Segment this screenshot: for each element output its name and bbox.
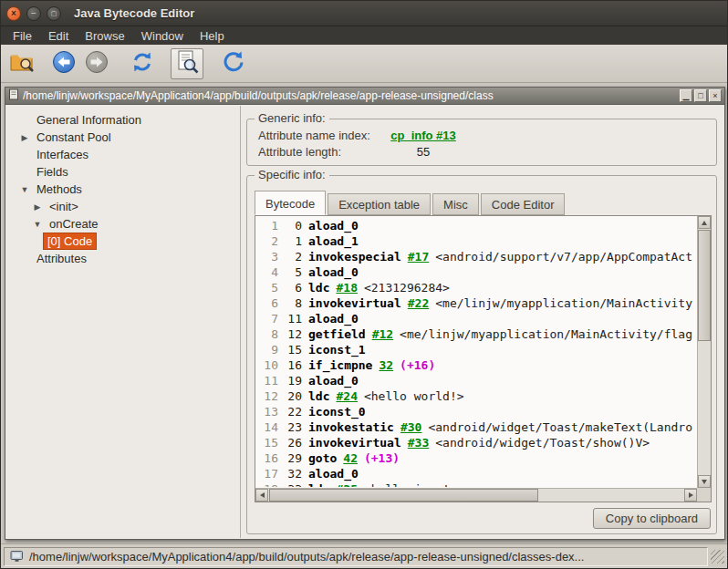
tree-item-oncreate[interactable]: ▼onCreate — [6, 215, 240, 233]
tree-item-general-information[interactable]: General Information — [6, 111, 240, 129]
copy-to-clipboard-button[interactable]: Copy to clipboard — [593, 508, 711, 529]
bytecode-line: 1423invokestatic#30<android/widget/Toast… — [258, 419, 696, 435]
line-number: 5 — [258, 280, 278, 295]
menu-edit[interactable]: Edit — [40, 28, 77, 44]
bytecode-line: 1220ldc#24<hello world!> — [258, 388, 696, 404]
constant-comment: <me/linjw/myapplication/MainActivity/fla… — [400, 327, 692, 341]
attribute-length-label: Attribute length: — [258, 145, 386, 159]
frame-close-button[interactable]: × — [709, 89, 722, 102]
tree-item-methods[interactable]: ▼Methods — [6, 181, 240, 198]
forward-button[interactable] — [81, 48, 112, 79]
reload-icon — [130, 49, 155, 78]
window-close-button[interactable]: × — [6, 6, 21, 21]
bytecode-offset: 12 — [286, 326, 302, 342]
resize-grip[interactable] — [711, 550, 724, 564]
tab-exception-table[interactable]: Exception table — [328, 193, 431, 215]
menu-file[interactable]: File — [5, 28, 40, 44]
menu-window[interactable]: Window — [133, 28, 192, 44]
bytecode-offset: 2 — [286, 249, 302, 264]
tree-item-0-code[interactable]: [0] Code — [6, 233, 240, 250]
constant-pool-link[interactable]: 42 — [343, 451, 358, 465]
constant-pool-link[interactable]: 32 — [379, 358, 393, 372]
reset-button[interactable] — [218, 48, 249, 79]
constant-pool-link[interactable]: #24 — [336, 389, 357, 403]
opcode-mnemonic: goto — [308, 451, 337, 465]
line-number: 7 — [258, 311, 278, 326]
window-titlebar[interactable]: × − ▢ Java Bytecode Editor — [1, 1, 727, 26]
tree-item-interfaces[interactable]: Interfaces — [6, 146, 240, 163]
constant-pool-link[interactable]: #22 — [408, 296, 429, 310]
opcode-mnemonic: iconst_1 — [308, 343, 366, 357]
expand-arrow-icon[interactable]: ▶ — [17, 133, 32, 142]
bytecode-line: 45aload_0 — [258, 264, 696, 280]
back-button[interactable] — [48, 48, 79, 79]
tree-item-init[interactable]: ▶<init> — [6, 198, 240, 215]
class-file-frame: /home/linjw/workspace/MyApplication4/app… — [5, 87, 725, 540]
opcode-mnemonic: aload_1 — [308, 234, 359, 248]
constant-pool-link[interactable]: #33 — [408, 436, 429, 450]
constant-comment: <android/widget/Toast/show()V> — [435, 436, 650, 450]
frame-minimize-button[interactable]: ▁ — [680, 89, 692, 102]
menu-browse[interactable]: Browse — [77, 28, 132, 44]
window-maximize-button[interactable]: ▢ — [47, 6, 61, 21]
app-window: × − ▢ Java Bytecode Editor FileEditBrows… — [0, 0, 728, 569]
frame-titlebar[interactable]: /home/linjw/workspace/MyApplication4/app… — [5, 88, 724, 105]
scroll-right-button[interactable] — [684, 489, 697, 502]
bytecode-line: 1016if_icmpne32(+16) — [258, 357, 696, 373]
bytecode-lines: 10aload_021aload_132invokespecial#17<and… — [256, 216, 696, 487]
line-number: 4 — [258, 264, 278, 280]
constant-comment: <me/linjw/myapplication/MainActivity — [435, 296, 692, 310]
toolbar — [1, 45, 727, 83]
scrollbar-corner — [697, 488, 711, 502]
reload-button[interactable] — [127, 48, 158, 79]
opcode-mnemonic: aload_0 — [308, 467, 359, 481]
vertical-scrollbar[interactable] — [697, 216, 711, 488]
opcode-mnemonic: aload_0 — [308, 312, 359, 326]
frame-maximize-button[interactable]: □ — [694, 89, 707, 102]
browse-classpath-button[interactable] — [171, 48, 203, 79]
tree-item-label: Fields — [32, 163, 73, 181]
tab-bytecode[interactable]: Bytecode — [255, 191, 326, 215]
constant-pool-link[interactable]: #17 — [408, 250, 429, 264]
statusbar: /home/linjw/workspace/MyApplication4/app… — [1, 543, 727, 568]
constant-pool-link[interactable]: #18 — [336, 281, 357, 295]
constant-pool-link[interactable]: #35 — [336, 482, 357, 487]
bytecode-line: 1833ldc#35<hello java!> — [258, 481, 696, 487]
tab-misc[interactable]: Misc — [432, 193, 479, 215]
vertical-scroll-thumb[interactable] — [698, 230, 711, 341]
tree-item-fields[interactable]: Fields — [6, 163, 240, 181]
bytecode-offset: 5 — [286, 264, 302, 280]
tree-item-label: Methods — [32, 181, 87, 198]
scroll-up-button[interactable] — [698, 216, 711, 229]
constant-comment: <hello world!> — [364, 389, 464, 403]
constant-pool-link[interactable]: #12 — [372, 327, 393, 341]
collapse-arrow-icon[interactable]: ▼ — [30, 220, 45, 229]
forward-icon — [84, 49, 109, 78]
tree-item-attributes[interactable]: Attributes — [6, 250, 240, 267]
bytecode-offset: 32 — [286, 466, 302, 481]
horizontal-scrollbar[interactable] — [255, 488, 697, 502]
opcode-mnemonic: invokestatic — [308, 420, 394, 434]
class-structure-tree: General Information▶Constant PoolInterfa… — [6, 106, 241, 538]
menu-help[interactable]: Help — [192, 28, 233, 44]
menubar: FileEditBrowseWindowHelp — [1, 26, 727, 45]
constant-pool-link[interactable]: #30 — [400, 420, 421, 434]
line-number: 8 — [258, 326, 278, 342]
tab-code-editor[interactable]: Code Editor — [481, 193, 566, 215]
bytecode-line: 1629goto42(+13) — [258, 450, 696, 466]
window-minimize-button[interactable]: − — [26, 6, 41, 21]
bytecode-line: 1732aload_0 — [258, 466, 696, 481]
expand-arrow-icon[interactable]: ▶ — [30, 202, 45, 212]
collapse-arrow-icon[interactable]: ▼ — [17, 185, 32, 194]
tree-item-constant-pool[interactable]: ▶Constant Pool — [6, 129, 240, 146]
horizontal-scroll-thumb[interactable] — [269, 489, 538, 502]
bytecode-offset: 26 — [286, 435, 302, 450]
tree-item-label: General Information — [32, 111, 146, 129]
scroll-down-button[interactable] — [698, 475, 711, 488]
line-number: 9 — [258, 342, 278, 357]
open-class-file-button[interactable] — [6, 48, 37, 79]
attribute-name-index-link[interactable]: cp_info #13 — [386, 129, 461, 142]
scroll-left-button[interactable] — [255, 489, 268, 502]
specific-info-title: Specific info: — [255, 168, 329, 181]
tree-item-label: <init> — [45, 198, 83, 215]
